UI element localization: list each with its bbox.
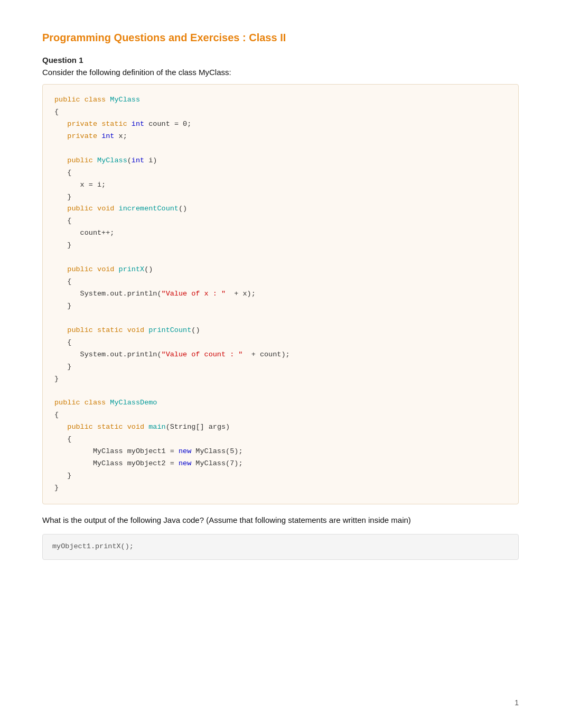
question-followup: What is the output of the following Java…: [42, 514, 519, 527]
question-label: Question 1: [42, 56, 519, 64]
small-code-text: myObject1.printX();: [52, 542, 134, 550]
page-number: 1: [515, 698, 519, 707]
main-code-block: public class MyClass { private static in…: [42, 84, 519, 504]
question-intro: Consider the following definition of the…: [42, 68, 519, 77]
page-title: Programming Questions and Exercises : Cl…: [42, 32, 519, 44]
small-code-block: myObject1.printX();: [42, 534, 519, 560]
